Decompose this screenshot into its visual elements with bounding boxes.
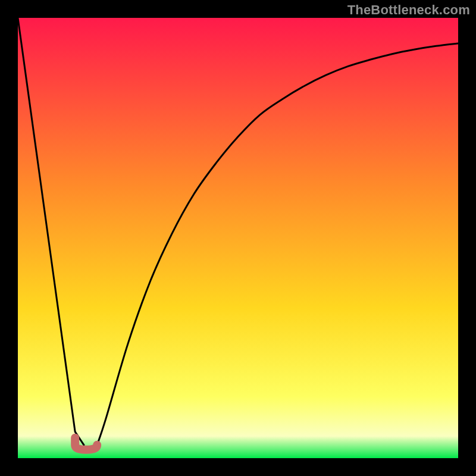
chart-frame: TheBottleneck.com	[0, 0, 476, 476]
gradient-background	[18, 18, 458, 458]
plot-area	[18, 18, 458, 458]
attribution-label: TheBottleneck.com	[347, 2, 470, 18]
chart-svg	[18, 18, 458, 458]
